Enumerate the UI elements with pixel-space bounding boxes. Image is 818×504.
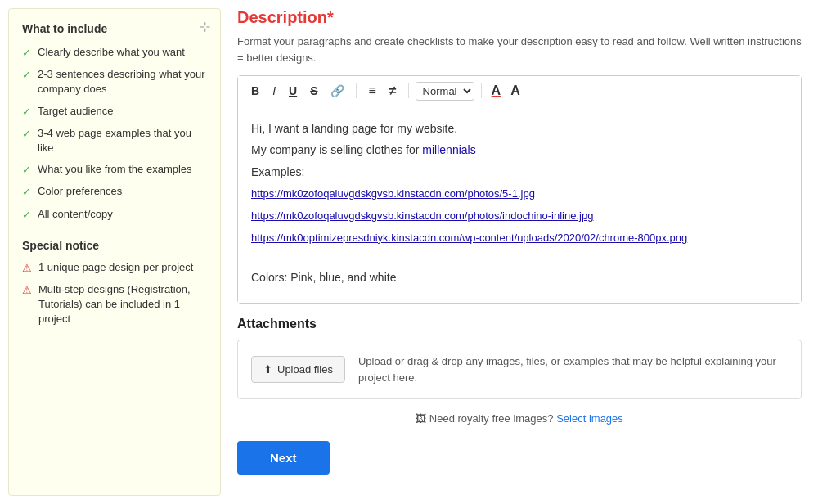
royalty-icon: 🖼	[416, 412, 426, 425]
italic-button[interactable]: I	[267, 82, 281, 100]
example-link-1[interactable]: https://mk0zofoqaluvgdskgvsb.kinstacdn.c…	[251, 187, 535, 200]
check-icon: ✓	[22, 185, 31, 200]
list-item: ✓ Color preferences	[22, 184, 207, 200]
sidebar-item-label: All content/copy	[38, 207, 113, 222]
list-item: ✓ All content/copy	[22, 207, 207, 223]
editor-line-4: Colors: Pink, blue, and white	[251, 268, 788, 286]
warning-icon: ⚠	[22, 283, 32, 298]
royalty-row: 🖼 Need royalty free images? Select image…	[237, 412, 802, 425]
royalty-text-label: Need royalty free images?	[429, 412, 554, 425]
upload-button[interactable]: ⬆ Upload files	[251, 356, 345, 383]
text-editor[interactable]: B I U S 🔗 ≡ ≠ Normal A A Hi, I want a la…	[237, 75, 802, 304]
main-content: Description* Format your paragraphs and …	[221, 0, 818, 504]
list-item: ✓ 2-3 sentences describing what your com…	[22, 67, 207, 97]
check-icon: ✓	[22, 68, 31, 83]
button-row: Next	[237, 438, 802, 475]
attachments-title: Attachments	[237, 317, 802, 331]
sidebar-item-label: 2-3 sentences describing what your compa…	[38, 67, 207, 97]
special-notice-list: ⚠ 1 unique page design per project ⚠ Mul…	[22, 260, 207, 327]
check-icon: ✓	[22, 46, 31, 61]
format-select[interactable]: Normal	[416, 82, 474, 101]
check-icon: ✓	[22, 208, 31, 223]
required-marker: *	[327, 8, 334, 26]
editor-link-2[interactable]: https://mk0zofoqaluvgdskgvsb.kinstacdn.c…	[251, 206, 788, 225]
toolbar-separator	[408, 83, 409, 98]
list-item: ✓ 3-4 web page examples that you like	[22, 126, 207, 155]
sidebar-title: What to include	[22, 22, 207, 35]
list-item: ⚠ 1 unique page design per project	[22, 260, 207, 276]
sidebar-item-label: Target audience	[38, 104, 114, 119]
select-images-link[interactable]: Select images	[556, 412, 623, 425]
special-notice-section: Special notice ⚠ 1 unique page design pe…	[22, 239, 207, 327]
upload-description: Upload or drag & drop any images, files,…	[358, 353, 788, 385]
sidebar-panel: ⊹ What to include ✓ Clearly describe wha…	[8, 8, 221, 496]
sidebar-item-label: Clearly describe what you want	[38, 45, 185, 60]
warning-icon: ⚠	[22, 261, 32, 276]
example-link-3[interactable]: https://mk0optimizepresdniyk.kinstacdn.c…	[251, 232, 687, 244]
toolbar-separator	[356, 83, 357, 98]
toolbar-separator	[481, 83, 482, 98]
sidebar-item-label: Color preferences	[38, 184, 122, 199]
editor-body[interactable]: Hi, I want a landing page for my website…	[238, 106, 801, 303]
drag-icon: ⊹	[200, 19, 210, 34]
check-icon: ✓	[22, 105, 31, 119]
strikethrough-button[interactable]: S	[305, 82, 322, 100]
sidebar-checklist: ✓ Clearly describe what you want ✓ 2-3 s…	[22, 45, 207, 223]
attachments-box: ⬆ Upload files Upload or drag & drop any…	[237, 340, 802, 399]
sidebar-item-label: What you like from the examples	[38, 162, 192, 177]
editor-line-3: Examples:	[251, 163, 788, 181]
special-notice-item-label: 1 unique page design per project	[38, 260, 193, 275]
list-item: ⚠ Multi-step designs (Registration, Tuto…	[22, 282, 207, 327]
editor-toolbar: B I U S 🔗 ≡ ≠ Normal A A	[238, 76, 801, 106]
millennials-link[interactable]: millennials	[422, 143, 475, 156]
clear-format-button[interactable]: A	[507, 82, 524, 100]
list-item: ✓ Target audience	[22, 104, 207, 119]
special-notice-item-label: Multi-step designs (Registration, Tutori…	[38, 282, 207, 327]
example-link-2[interactable]: https://mk0zofoqaluvgdskgvsb.kinstacdn.c…	[251, 209, 593, 222]
upload-icon: ⬆	[263, 363, 272, 376]
list-item: ✓ Clearly describe what you want	[22, 45, 207, 61]
editor-line-2: My company is selling clothes for millen…	[251, 141, 788, 159]
font-color-button[interactable]: A	[488, 82, 505, 100]
sidebar-item-label: 3-4 web page examples that you like	[38, 126, 207, 155]
check-icon: ✓	[22, 163, 31, 178]
description-subtitle: Format your paragraphs and create checkl…	[237, 34, 802, 65]
link-button[interactable]: 🔗	[326, 82, 349, 100]
upload-btn-label: Upload files	[277, 363, 333, 376]
unordered-list-button[interactable]: ≠	[384, 81, 402, 101]
check-icon: ✓	[22, 127, 31, 142]
editor-link-3[interactable]: https://mk0optimizepresdniyk.kinstacdn.c…	[251, 228, 788, 247]
page-title: Description*	[237, 8, 802, 27]
attachments-section: Attachments ⬆ Upload files Upload or dra…	[237, 317, 802, 399]
bold-button[interactable]: B	[246, 82, 264, 100]
ordered-list-button[interactable]: ≡	[363, 81, 380, 101]
underline-button[interactable]: U	[284, 82, 302, 100]
editor-line-1: Hi, I want a landing page for my website…	[251, 119, 788, 137]
list-item: ✓ What you like from the examples	[22, 162, 207, 178]
next-button[interactable]: Next	[237, 441, 330, 475]
special-notice-title: Special notice	[22, 239, 207, 252]
editor-link-1[interactable]: https://mk0zofoqaluvgdskgvsb.kinstacdn.c…	[251, 184, 788, 203]
